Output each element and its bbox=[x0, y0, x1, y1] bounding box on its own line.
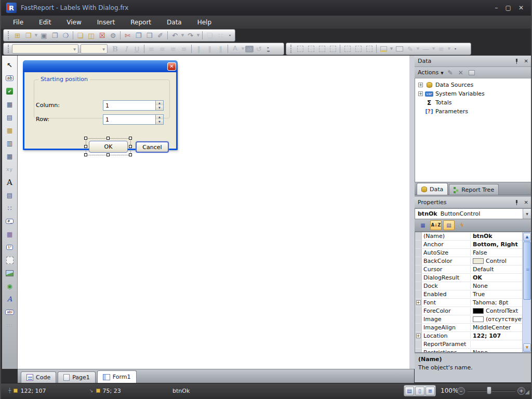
view-data-icon[interactable] bbox=[469, 70, 475, 75]
monthcalendar-control-tool[interactable]: ▦ bbox=[4, 228, 16, 241]
tab-form1[interactable]: Form1 bbox=[97, 370, 137, 383]
menu-edit[interactable]: Edit bbox=[31, 17, 59, 28]
property-row-anchor[interactable]: AnchorBottom, Right bbox=[415, 241, 531, 249]
fill-color-icon[interactable] bbox=[378, 44, 389, 54]
property-row-cursor[interactable]: CursorDefault bbox=[415, 265, 531, 274]
property-row-imagealign[interactable]: ImageAlignMiddleCenter bbox=[415, 324, 531, 332]
radiobutton-control-tool[interactable]: ◉ bbox=[4, 280, 16, 292]
tab-code[interactable]: Code bbox=[21, 371, 56, 383]
chevron-down-icon[interactable]: ▼ bbox=[196, 33, 201, 37]
cut-icon[interactable]: ✄ bbox=[122, 30, 133, 41]
font-name-combo[interactable]: ▼ bbox=[12, 44, 78, 54]
bottom-border-icon[interactable] bbox=[316, 44, 327, 54]
valign-bottom-icon[interactable]: ∥ bbox=[215, 44, 226, 54]
scrollbar-thumb[interactable] bbox=[523, 242, 531, 300]
listbox-control-tool[interactable]: ▥ bbox=[4, 137, 16, 150]
zoom-slider-track[interactable] bbox=[468, 391, 515, 392]
menu-insert[interactable]: Insert bbox=[89, 17, 123, 28]
gridbox-control-tool[interactable]: ▦ bbox=[4, 98, 16, 111]
save-report-icon[interactable]: ▣ bbox=[38, 30, 49, 41]
menu-file[interactable]: File bbox=[5, 17, 31, 28]
resize-grip-icon[interactable]: ◢ bbox=[525, 389, 529, 395]
property-row-dialogresult[interactable]: DialogResultOK bbox=[415, 274, 531, 282]
copy-page-icon[interactable]: ❐ bbox=[49, 30, 60, 41]
rotate-text-icon[interactable]: ↺ bbox=[254, 44, 264, 54]
canvas-scrollbar[interactable] bbox=[409, 56, 415, 369]
designed-dialog-form[interactable]: ✕ Starting position Column:1▲▼Row:1▲▼ OK… bbox=[23, 62, 178, 150]
starting-position-groupbox[interactable]: Starting position bbox=[34, 79, 170, 118]
redo-icon[interactable]: ↷ bbox=[185, 30, 196, 41]
toolbar-overflow-button[interactable]: ▾ bbox=[227, 30, 233, 41]
spinner-buttons[interactable]: ▲▼ bbox=[155, 115, 163, 124]
spin-up-icon[interactable]: ▲ bbox=[156, 115, 163, 119]
numericupdown-control-tool[interactable]: 1² bbox=[4, 241, 16, 254]
property-row-forecolor[interactable]: ForeColorControlText bbox=[415, 307, 531, 315]
actions-menu-button[interactable]: Actions bbox=[418, 69, 438, 76]
maskedtextbox-control-tool[interactable]: #_ bbox=[4, 215, 16, 228]
minimize-button[interactable]: – bbox=[495, 4, 498, 11]
categorized-view-button[interactable]: ▦ bbox=[417, 220, 429, 230]
menu-help[interactable]: Help bbox=[190, 17, 219, 28]
toolbar-grip[interactable] bbox=[8, 45, 9, 53]
property-row-dock[interactable]: DockNone bbox=[415, 282, 531, 290]
events-view-button[interactable]: ϟ bbox=[456, 220, 468, 230]
valign-top-icon[interactable]: ∥ bbox=[193, 44, 204, 54]
column-spinner[interactable]: 1▲▼ bbox=[103, 100, 164, 111]
left-border-icon[interactable] bbox=[327, 44, 338, 54]
richtext-control-tool[interactable]: A bbox=[4, 292, 16, 305]
top-border-icon[interactable] bbox=[305, 44, 316, 54]
datetimepicker-control-tool[interactable]: ▦ bbox=[4, 150, 16, 163]
align-center-icon[interactable]: ≡ bbox=[157, 44, 168, 54]
chevron-down-icon[interactable]: ▼ bbox=[71, 45, 78, 53]
zoom-in-button[interactable]: + bbox=[517, 387, 525, 395]
property-row-enabled[interactable]: EnabledTrue bbox=[415, 290, 531, 299]
property-row-restrictions[interactable]: RestrictionsNone bbox=[415, 349, 531, 353]
fill-style-icon[interactable] bbox=[394, 44, 405, 54]
paste-icon[interactable]: ❒ bbox=[144, 30, 155, 41]
treeview-control-tool[interactable]: ::: bbox=[4, 318, 16, 331]
edit-icon[interactable]: ✎ bbox=[448, 69, 453, 76]
tree-item-data-sources[interactable]: +Data Sources bbox=[415, 81, 531, 89]
property-grid-scrollbar[interactable]: ▲ ▼ bbox=[522, 232, 531, 352]
tree-item-totals[interactable]: +ΣTotals bbox=[415, 98, 531, 107]
datagrid-control-tool[interactable]: ▦ bbox=[4, 124, 16, 137]
chevron-down-icon[interactable]: ▼ bbox=[447, 47, 451, 51]
dialog-title-bar[interactable]: ✕ bbox=[23, 60, 178, 72]
chevron-down-icon[interactable]: ▼ bbox=[34, 33, 38, 37]
dialog-close-icon[interactable]: ✕ bbox=[167, 62, 176, 71]
cancel-button-control[interactable]: Cancel bbox=[136, 141, 169, 153]
chevron-down-icon[interactable]: ▼ bbox=[241, 47, 245, 51]
new-dialog-icon[interactable]: ◫ bbox=[86, 30, 97, 41]
row-spinner[interactable]: 1▲▼ bbox=[103, 114, 164, 125]
scroll-up-icon[interactable]: ▲ bbox=[523, 233, 531, 241]
menu-report[interactable]: Report bbox=[123, 17, 159, 28]
expand-icon[interactable]: + bbox=[418, 91, 423, 96]
selection-handle[interactable] bbox=[129, 145, 132, 148]
spin-down-icon[interactable]: ▼ bbox=[156, 105, 163, 110]
groupbox-control-tool[interactable]: xy bbox=[4, 163, 16, 176]
spinner-buttons[interactable]: ▲▼ bbox=[155, 101, 163, 110]
selection-handle[interactable] bbox=[107, 137, 110, 140]
new-report-icon[interactable]: ⊞ bbox=[12, 30, 23, 41]
tree-item-parameters[interactable]: +[?]Parameters bbox=[415, 107, 531, 116]
listview-control-tool[interactable]: ▤ bbox=[4, 189, 16, 202]
pin-icon[interactable] bbox=[514, 200, 519, 205]
zoom-slider-thumb[interactable] bbox=[487, 387, 491, 394]
close-icon[interactable]: ✕ bbox=[524, 58, 528, 64]
maximize-button[interactable]: ▢ bbox=[506, 4, 511, 11]
selection-handle[interactable] bbox=[107, 153, 110, 156]
properties-view-button[interactable]: ▤ bbox=[443, 220, 455, 230]
selection-handle[interactable] bbox=[84, 145, 87, 148]
property-row-font[interactable]: +FontTahoma; 8pt bbox=[415, 299, 531, 307]
delete-page-icon[interactable]: ☒ bbox=[97, 30, 108, 41]
copy-icon[interactable]: ❐ bbox=[133, 30, 144, 41]
open-report-icon[interactable]: ❒ bbox=[23, 30, 34, 41]
pointer-tool[interactable]: ↖ bbox=[4, 59, 16, 72]
picturebox-control-tool[interactable] bbox=[4, 267, 16, 280]
chevron-down-icon[interactable]: ▼ bbox=[431, 47, 436, 51]
edit-control-tool[interactable]: abl bbox=[4, 305, 16, 318]
toolbar-grip[interactable] bbox=[290, 45, 292, 53]
italic-icon[interactable]: I bbox=[121, 44, 131, 54]
selection-handle[interactable] bbox=[84, 153, 87, 156]
tab-report-tree[interactable]: Report Tree bbox=[449, 184, 499, 195]
